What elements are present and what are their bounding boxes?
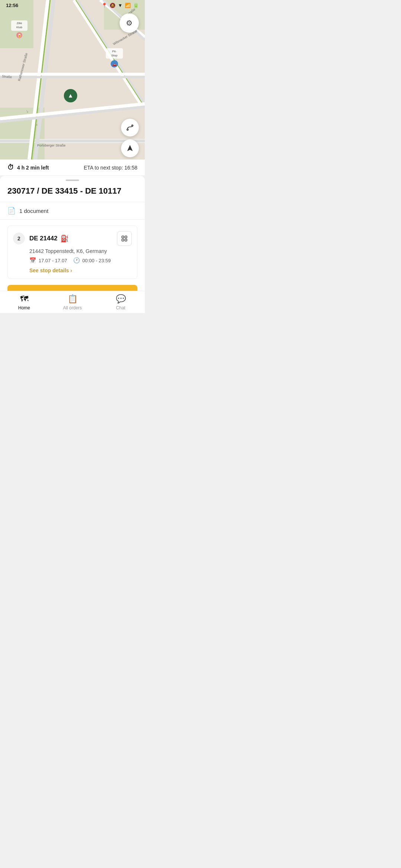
time-left-text: 4 h 2 min left [17,165,49,171]
svg-text:🍺: 🍺 [17,33,22,38]
clock-icon: 🕐 [73,257,80,264]
home-label: Home [18,305,30,310]
svg-point-36 [132,125,133,126]
svg-rect-38 [125,236,127,238]
nav-icon [126,144,134,152]
orders-label: All orders [63,305,82,310]
signal-icon: 📶 [125,3,131,8]
stop-name: DE 21442 [29,235,58,242]
fuel-icon: ⛽ [61,234,69,243]
stop-header: 2 DE 21442 ⛽ [8,226,137,246]
timer-icon: ⏱ [7,164,14,171]
eta-time-left: ⏱ 4 h 2 min left [7,164,49,171]
status-icons: 📍 🔕 ▼ 📶 🔋 [101,3,139,8]
chat-label: Chat [116,305,125,310]
trip-title: 230717 / DE 33415 - DE 10117 [0,185,145,202]
vehicle-marker: ▲ [64,89,77,102]
svg-rect-39 [122,239,124,241]
svg-text:Porloberger Straße: Porloberger Straße [37,144,66,147]
eta-next-stop: ETA to next stop: 16:58 [84,165,138,171]
documents-row[interactable]: 📄 1 document [0,202,145,220]
wifi-icon: ▼ [118,3,123,8]
stop-number: 2 [13,233,25,244]
nav-all-orders[interactable]: 📋 All orders [48,291,97,313]
see-details-text: See stop details [29,267,69,273]
navigation-button[interactable] [121,139,139,157]
stop-time-range: 00:00 - 23:59 [82,258,111,263]
settings-icon: ⚙ [126,19,133,27]
settings-button[interactable]: ⚙ [120,13,139,33]
home-icon: 🗺 [20,294,28,304]
stop-date: 📅 17.07 - 17.07 [29,257,67,264]
see-details-link[interactable]: See stop details › [8,264,137,279]
orders-icon: 📋 [68,294,78,304]
eta-bar: ⏱ 4 h 2 min left ETA to next stop: 16:58 [0,160,145,176]
silent-icon: 🔕 [110,3,115,8]
stop-time: 🕐 00:00 - 23:59 [73,257,111,264]
map-expand-button[interactable] [117,231,132,246]
calendar-icon: 📅 [29,257,36,264]
status-bar: 12:56 📍 🔕 ▼ 📶 🔋 [0,0,145,10]
expand-icon [121,235,128,242]
nav-home[interactable]: 🗺 Home [0,291,48,313]
drag-handle[interactable] [66,180,79,181]
chat-icon: 💬 [116,294,126,304]
svg-text:Pit-: Pit- [112,50,117,53]
document-icon: 📄 [7,207,16,215]
status-time: 12:56 [6,3,18,8]
stop-card: 2 DE 21442 ⛽ 21442 Toppenstedt, K6, Germ… [7,226,137,279]
arrive-button[interactable]: → Arrive at stop [7,285,137,291]
stop-address: 21442 Toppenstedt, K6, Germany [8,246,137,254]
svg-point-35 [127,129,128,131]
svg-rect-40 [125,239,127,241]
svg-text:Klub: Klub [16,26,23,29]
svg-text:Zille: Zille [17,22,22,25]
battery-icon: 🔋 [133,3,139,8]
stop-times: 📅 17.07 - 17.07 🕐 00:00 - 23:59 [8,254,137,264]
stop-date-range: 17.07 - 17.07 [39,258,67,263]
location-icon: 📍 [101,3,107,8]
stop-title-row: DE 21442 ⛽ [29,234,113,243]
svg-rect-37 [122,236,124,238]
svg-text:🚗: 🚗 [112,62,117,67]
document-count: 1 document [19,208,48,214]
map-area: Rathenower Straße Wilsnacker Straße Birk… [0,0,145,160]
route-button[interactable] [121,119,139,137]
route-icon [126,124,134,132]
chevron-right-icon: › [71,267,72,273]
nav-chat[interactable]: 💬 Chat [97,291,145,313]
bottom-nav: 🗺 Home 📋 All orders 💬 Chat [0,291,145,313]
svg-text:Stop: Stop [111,54,118,57]
bottom-sheet: 230717 / DE 33415 - DE 10117 📄 1 documen… [0,176,145,291]
